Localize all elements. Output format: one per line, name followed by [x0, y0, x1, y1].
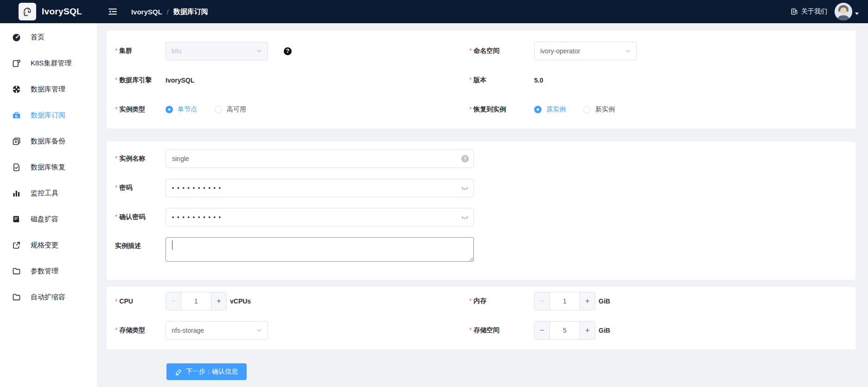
sidebar-item-database-backup[interactable]: 数据库备份 — [0, 128, 97, 154]
version-value: 5.0 — [534, 77, 543, 84]
user-menu[interactable] — [835, 3, 859, 20]
radio-icon — [534, 106, 542, 113]
main-content: 集群 k8s ? 命名空间 ivory-operator — [97, 23, 868, 387]
dashboard-icon — [12, 33, 21, 42]
next-step-button-label: 下一步：确认信息 — [186, 368, 238, 376]
sidebar-item-label: K8S集群管理 — [31, 59, 71, 68]
avatar[interactable] — [835, 3, 852, 20]
namespace-label: 命名空间 — [469, 47, 534, 55]
storage-size-decrease-button[interactable]: − — [535, 322, 550, 339]
about-us-link[interactable]: 关于我们 — [791, 7, 827, 16]
next-step-button[interactable]: 下一步：确认信息 — [166, 363, 247, 380]
radio-high-availability[interactable]: 高可用 — [215, 105, 246, 114]
sidebar-item-parameter-manage[interactable]: 参数管理 — [0, 258, 97, 284]
breadcrumb: IvorySQL / 数据库订阅 — [131, 7, 208, 16]
sidebar: 首页 K8S集群管理 数据库管理 数据库订阅 数据库备份 — [0, 23, 97, 387]
database-manage-icon — [12, 85, 21, 94]
monitor-icon — [12, 189, 21, 198]
memory-unit: GiB — [599, 297, 610, 305]
cluster-label: 集群 — [107, 47, 166, 55]
sidebar-item-autoscaling[interactable]: 自动扩缩容 — [0, 284, 97, 310]
radio-new-instance[interactable]: 新实例 — [583, 105, 615, 114]
breadcrumb-root[interactable]: IvorySQL — [131, 8, 162, 16]
sidebar-item-label: 数据库恢复 — [31, 163, 65, 172]
sidebar-item-database-restore[interactable]: 数据库恢复 — [0, 154, 97, 180]
engine-label: 数据库引擎 — [107, 76, 166, 84]
confirm-password-label: 确认密码 — [107, 213, 166, 221]
sidebar-item-label: 数据库备份 — [31, 137, 65, 146]
edit-pen-icon — [175, 368, 182, 375]
radio-icon — [215, 106, 222, 113]
backup-icon — [12, 137, 21, 146]
cpu-value[interactable]: 1 — [181, 292, 211, 310]
chevron-down-icon — [256, 328, 262, 333]
about-us-label: 关于我们 — [801, 7, 827, 16]
version-label: 版本 — [469, 76, 534, 84]
sidebar-item-monitor-tools[interactable]: 监控工具 — [0, 180, 97, 206]
storage-type-value: nfs-storage — [172, 327, 204, 334]
memory-value[interactable]: 1 — [550, 292, 580, 310]
sidebar-item-disk-expand[interactable]: 磁盘扩容 — [0, 206, 97, 232]
sidebar-item-label: 自动扩缩容 — [31, 293, 65, 302]
sidebar-collapse-icon[interactable] — [108, 7, 117, 16]
breadcrumb-separator: / — [167, 8, 169, 16]
namespace-select-value: ivory-operator — [540, 47, 580, 55]
description-textarea[interactable] — [166, 237, 474, 262]
instance-name-input[interactable] — [166, 149, 474, 168]
storage-size-unit: GiB — [599, 327, 610, 334]
chevron-down-icon — [855, 13, 859, 15]
instance-name-help-icon[interactable]: ? — [461, 155, 469, 162]
restore-to-label: 恢复到实例 — [469, 105, 534, 114]
password-input[interactable] — [166, 179, 474, 197]
memory-label: 内存 — [469, 297, 534, 305]
radio-label: 单节点 — [178, 105, 197, 114]
cluster-select[interactable]: k8s — [166, 42, 268, 60]
storage-size-value[interactable]: 5 — [550, 322, 580, 339]
eye-closed-icon[interactable] — [461, 213, 469, 221]
engine-value: IvorySQL — [166, 77, 194, 84]
storage-type-select[interactable]: nfs-storage — [166, 321, 268, 340]
cpu-decrease-button[interactable]: − — [166, 292, 181, 310]
radio-single-node[interactable]: 单节点 — [166, 105, 197, 114]
folder-icon — [12, 293, 21, 302]
app-logo — [19, 3, 36, 20]
sidebar-item-label: 数据库订阅 — [31, 111, 65, 120]
chevron-down-icon — [625, 48, 631, 54]
cpu-increase-button[interactable]: + — [211, 292, 226, 310]
cpu-label: CPU — [107, 297, 166, 305]
storage-size-increase-button[interactable]: + — [580, 322, 595, 339]
sidebar-item-home[interactable]: 首页 — [0, 24, 97, 50]
sidebar-item-k8s-cluster[interactable]: K8S集群管理 — [0, 50, 97, 76]
storage-type-label: 存储类型 — [107, 326, 166, 335]
sidebar-item-database-subscription[interactable]: 数据库订阅 — [0, 102, 97, 128]
subscription-icon — [12, 111, 21, 120]
restore-icon — [12, 163, 21, 172]
password-label: 密码 — [107, 184, 166, 192]
sidebar-item-label: 数据库管理 — [31, 85, 65, 94]
basic-info-card: 集群 k8s ? 命名空间 ivory-operator — [107, 31, 855, 129]
radio-original-instance[interactable]: 原实例 — [534, 105, 566, 114]
cluster-select-value: k8s — [172, 47, 182, 55]
cluster-help-icon[interactable]: ? — [284, 47, 292, 55]
folder-icon — [12, 267, 21, 276]
chevron-down-icon — [256, 48, 262, 54]
sidebar-item-database-manage[interactable]: 数据库管理 — [0, 76, 97, 102]
breadcrumb-current: 数据库订阅 — [173, 7, 208, 16]
disk-icon — [12, 215, 21, 224]
storage-size-stepper: − 5 + — [534, 321, 595, 340]
eye-closed-icon[interactable] — [461, 184, 469, 192]
memory-decrease-button[interactable]: − — [535, 292, 550, 310]
instance-type-label: 实例类型 — [107, 105, 166, 114]
resource-card: CPU − 1 + vCPUs 内存 − 1 + GiB — [107, 287, 855, 349]
instance-type-radio-group: 单节点 高可用 — [166, 105, 246, 114]
radio-icon — [166, 106, 173, 113]
instance-name-label: 实例名称 — [107, 155, 166, 163]
confirm-password-input[interactable] — [166, 208, 474, 226]
text-cursor — [172, 240, 172, 250]
namespace-select[interactable]: ivory-operator — [534, 42, 637, 60]
spec-change-icon — [12, 241, 21, 250]
instance-detail-card: 实例名称 ? 密码 确认密码 — [107, 142, 855, 280]
sidebar-item-spec-change[interactable]: 规格变更 — [0, 232, 97, 258]
memory-increase-button[interactable]: + — [580, 292, 595, 310]
top-navbar: IvorySQL IvorySQL / 数据库订阅 关于我们 — [0, 0, 868, 23]
